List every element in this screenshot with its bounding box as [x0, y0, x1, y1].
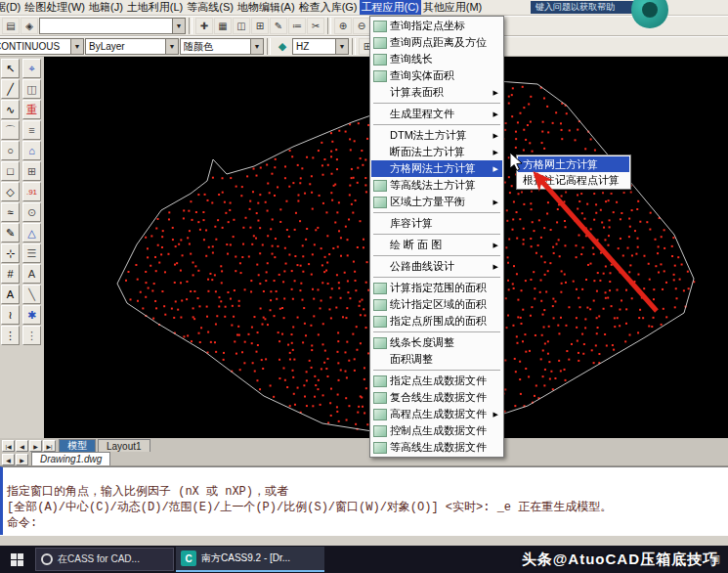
menu-item-21[interactable]: 高程点生成数据文件▶: [371, 406, 502, 422]
submenu-item-0[interactable]: 方格网土方计算: [518, 156, 629, 172]
menu-item-12[interactable]: 绘 断 面 图▶: [371, 237, 502, 253]
draw-tool-9[interactable]: ⊹: [1, 243, 20, 263]
cass-tool-0[interactable]: ⌖: [22, 59, 41, 78]
cass-tool-7[interactable]: ⊙: [22, 202, 41, 222]
command-line-window[interactable]: 指定窗口的角点，输入比例因子 (nX 或 nXP)，或者[全部(A)/中心(C)…: [0, 466, 728, 535]
cass-tool-12[interactable]: ✱: [22, 305, 41, 325]
std-tool-mid-5[interactable]: ≔: [288, 18, 306, 34]
menubar-item-6[interactable]: 检查入库(G): [297, 0, 360, 15]
draw-tool-6[interactable]: ◇: [1, 182, 20, 201]
menu-separator: [371, 368, 502, 373]
std-tool-left-1[interactable]: ◈: [21, 18, 38, 34]
menu-item-14[interactable]: 计算指定范围的面积: [371, 280, 502, 296]
doc-nav-1[interactable]: ▶: [16, 454, 28, 465]
draw-tool-7[interactable]: ≈: [1, 202, 20, 222]
menu-item-10[interactable]: 区域土方量平衡▶: [371, 194, 502, 210]
std-tool-mid-4[interactable]: ✎: [270, 18, 287, 34]
std-tool-zoom-0[interactable]: ⊕: [334, 18, 352, 34]
tab-nav-1[interactable]: ◀: [16, 440, 28, 452]
menu-item-label: 绘 断 面 图: [390, 238, 442, 252]
menu-item-19[interactable]: 指定点生成数据文件: [371, 373, 502, 389]
chevron-down-icon: ▼: [172, 19, 185, 33]
cass-tool-8[interactable]: △: [22, 223, 41, 242]
layer-combo[interactable]: ▼: [39, 18, 186, 34]
tab-layout1[interactable]: Layout1: [98, 439, 150, 452]
taskbar-app-cass[interactable]: C 南方CASS9.2 - [Dr...: [176, 547, 324, 572]
draw-tool-5[interactable]: □: [1, 161, 20, 181]
draw-tool-3[interactable]: ⌒: [1, 120, 20, 140]
menu-item-9[interactable]: 等高线法土方计算: [371, 177, 502, 194]
menu-item-5[interactable]: 生成里程文件▶: [371, 106, 502, 122]
color-combo[interactable]: 随颜色 ▼: [180, 38, 264, 55]
menu-item-6[interactable]: DTM法土方计算▶: [371, 127, 502, 144]
menu-item-3[interactable]: 查询实体面积: [371, 67, 502, 84]
cass-tool-2[interactable]: 重: [22, 100, 41, 119]
menu-item-2[interactable]: 查询线长: [371, 51, 502, 67]
menubar-item-3[interactable]: 土地利用(L): [125, 0, 185, 15]
menu-item-1[interactable]: 查询两点距离及方位: [371, 34, 502, 51]
menubar-item-0[interactable]: 数据(D): [0, 0, 22, 15]
submenu-item-1[interactable]: 根据注记高程点计算: [518, 172, 629, 188]
windows-logo-icon: [11, 553, 23, 566]
menubar-item-4[interactable]: 等高线(S): [185, 0, 236, 15]
taskbar-search[interactable]: 在CASS for CAD...: [35, 548, 174, 571]
menubar-item-7[interactable]: 工程应用(C): [360, 0, 421, 15]
menu-item-0[interactable]: 查询指定点坐标: [371, 18, 502, 34]
menubar-item-1[interactable]: 绘图处理(W): [22, 0, 87, 15]
tab-nav-0[interactable]: |◀: [2, 440, 15, 452]
menu-item-7[interactable]: 断面法土方计算▶: [371, 144, 502, 160]
menubar-item-8[interactable]: 其他应用(M): [421, 0, 485, 15]
cass-tool-3[interactable]: ≡: [22, 120, 41, 140]
cass-tool-13[interactable]: ⋮: [22, 326, 41, 345]
linetype-combo[interactable]: CONTINUOUS ▼: [0, 38, 84, 55]
std-tool-mid-3[interactable]: ⊞: [251, 18, 269, 34]
paint-icon[interactable]: ◆: [274, 38, 291, 55]
draw-tool-1[interactable]: ╱: [1, 79, 20, 99]
lineweight-combo[interactable]: ByLayer ▼: [85, 38, 179, 55]
draw-tool-12[interactable]: ≀: [1, 305, 20, 325]
menu-item-15[interactable]: 统计指定区域的面积: [371, 296, 502, 313]
text-style-combo[interactable]: HZ ▼: [292, 38, 349, 55]
draw-tool-4[interactable]: ○: [1, 141, 20, 160]
menu-item-18[interactable]: 面积调整: [371, 351, 502, 368]
help-search-box[interactable]: 键入问题以获取帮助: [531, 1, 634, 14]
tab-nav-2[interactable]: ▶: [29, 440, 42, 452]
menu-item-16[interactable]: 指定点所围成的面积: [371, 313, 502, 330]
std-tool-mid-2[interactable]: ◫: [233, 18, 250, 34]
menu-item-4[interactable]: 计算表面积▶: [371, 84, 502, 101]
draw-tool-10[interactable]: #: [1, 264, 20, 284]
tab-model[interactable]: 模型: [59, 439, 96, 452]
menu-item-22[interactable]: 控制点生成数据文件: [371, 422, 502, 439]
menu-item-17[interactable]: 线条长度调整: [371, 334, 502, 351]
draw-tool-13[interactable]: ⋮: [1, 326, 20, 345]
menu-item-11[interactable]: 库容计算: [371, 215, 502, 232]
draw-tool-0[interactable]: ↖: [1, 59, 20, 78]
menu-item-icon: [373, 375, 387, 387]
draw-tool-2[interactable]: ∿: [1, 100, 20, 119]
start-button[interactable]: [0, 546, 33, 573]
menu-item-13[interactable]: 公路曲线设计▶: [371, 258, 502, 275]
std-tool-mid-1[interactable]: ▦: [214, 18, 232, 34]
cass-tool-6[interactable]: .91: [22, 182, 41, 201]
doc-nav-0[interactable]: ◀: [2, 454, 15, 465]
cass-tool-10[interactable]: A: [22, 264, 41, 284]
menu-item-20[interactable]: 复合线生成数据文件: [371, 389, 502, 406]
tab-drawing1[interactable]: Drawing1.dwg: [31, 452, 110, 465]
tab-nav-3[interactable]: ▶|: [43, 440, 56, 452]
cass-tool-11[interactable]: ╲: [22, 285, 41, 304]
std-tool-left-0[interactable]: ▤: [2, 18, 20, 34]
std-tool-mid-0[interactable]: ✚: [195, 18, 213, 34]
menubar-item-5[interactable]: 地物编辑(A): [236, 0, 297, 15]
menu-item-8[interactable]: 方格网法土方计算▶: [371, 160, 502, 177]
cass-tool-5[interactable]: ⊞: [22, 161, 41, 181]
cass-tool-1[interactable]: ◫: [22, 79, 41, 99]
std-tool-mid-6[interactable]: ✂: [307, 18, 324, 34]
std-tool-zoom-1[interactable]: ⊖: [353, 18, 370, 34]
menu-item-23[interactable]: 等高线生成数据文件: [371, 439, 502, 456]
draw-tool-8[interactable]: ✎: [1, 223, 20, 242]
menubar-item-2[interactable]: 地籍(J): [87, 0, 125, 15]
draw-tool-11[interactable]: A: [1, 285, 20, 304]
cass-tool-9[interactable]: ☰: [22, 243, 41, 263]
cass-tool-4[interactable]: ⌂: [22, 141, 41, 160]
grid-method-submenu: 方格网土方计算根据注记高程点计算: [516, 154, 631, 190]
